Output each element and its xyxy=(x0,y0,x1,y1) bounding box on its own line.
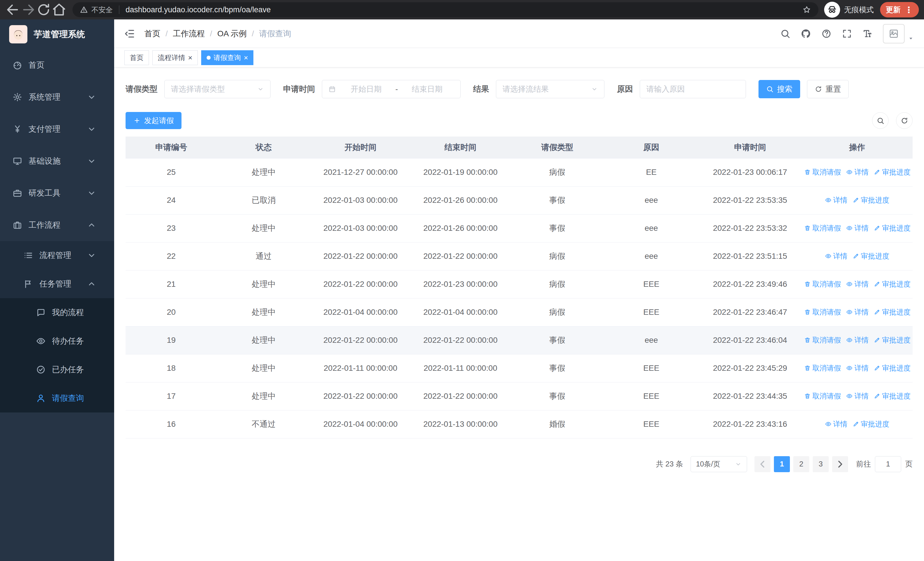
cell-id: 20 xyxy=(126,298,217,326)
detail-action-link[interactable]: 详情 xyxy=(846,307,868,317)
table-row[interactable]: 20处理中2022-01-04 00:00:002022-01-04 00:00… xyxy=(126,298,913,326)
fullscreen-icon[interactable] xyxy=(842,29,852,39)
browser-update-button[interactable]: 更新 ⋮ xyxy=(880,2,919,17)
pagination-prev-button[interactable] xyxy=(754,456,771,472)
table-row[interactable]: 16不通过2022-01-04 00:00:002022-01-13 00:00… xyxy=(126,410,913,438)
sidebar-fold-icon[interactable] xyxy=(124,28,135,39)
progress-action-link[interactable]: 审批进度 xyxy=(874,167,910,177)
sidebar-item-2[interactable]: 系统管理 xyxy=(0,81,114,113)
cancel-action-link[interactable]: 取消请假 xyxy=(804,279,841,289)
browser-reload-icon[interactable] xyxy=(36,2,51,17)
progress-action-link[interactable]: 审批进度 xyxy=(874,391,910,401)
page-size-select[interactable]: 10条/页 xyxy=(691,456,747,472)
user-avatar[interactable] xyxy=(883,24,914,44)
sidebar-item-11[interactable]: 已办任务 xyxy=(0,355,114,384)
bookmark-star-icon[interactable] xyxy=(802,5,811,14)
list-icon xyxy=(23,251,33,260)
table-row[interactable]: 22通过2022-01-22 00:00:002022-01-22 00:00:… xyxy=(126,242,913,270)
close-icon[interactable]: × xyxy=(244,54,248,62)
progress-action-link[interactable]: 审批进度 xyxy=(853,419,890,429)
table-row[interactable]: 19处理中2022-01-22 00:00:002022-01-22 00:00… xyxy=(126,326,913,354)
progress-action-link[interactable]: 审批进度 xyxy=(874,335,910,345)
progress-action-link[interactable]: 审批进度 xyxy=(874,223,910,233)
font-size-icon[interactable] xyxy=(862,29,873,39)
toggle-search-icon[interactable] xyxy=(872,112,889,129)
date-range-picker[interactable]: 开始日期 - 结束日期 xyxy=(322,80,460,98)
pagination-page-3[interactable]: 3 xyxy=(813,456,829,472)
detail-action-link[interactable]: 详情 xyxy=(846,167,868,177)
main-area: 首页/工作流程/OA 示例/请假查询 首页流程详情×请假查询× 请假类型 xyxy=(114,20,924,561)
sidebar-item-8[interactable]: 任务管理 xyxy=(0,270,114,298)
sidebar-item-4[interactable]: 基础设施 xyxy=(0,145,114,177)
progress-action-link[interactable]: 审批进度 xyxy=(874,307,910,317)
table-row[interactable]: 24已取消2022-01-03 00:00:002022-01-26 00:00… xyxy=(126,186,913,214)
sidebar-item-10[interactable]: 待办任务 xyxy=(0,327,114,355)
browser-back-icon[interactable] xyxy=(5,2,21,17)
search-icon[interactable] xyxy=(780,29,790,39)
cancel-action-link[interactable]: 取消请假 xyxy=(804,363,841,373)
table-row[interactable]: 21处理中2022-01-22 00:00:002022-01-23 00:00… xyxy=(126,270,913,298)
sidebar-item-1[interactable]: 首页 xyxy=(0,49,114,81)
cell-apply_time: 2022-01-22 23:53:32 xyxy=(699,214,802,242)
tab-1[interactable]: 首页 xyxy=(124,50,149,65)
result-select[interactable]: 请选择流结果 xyxy=(496,80,604,98)
create-leave-button[interactable]: 发起请假 xyxy=(126,112,182,129)
edit-icon xyxy=(874,309,880,315)
breadcrumb-item[interactable]: 工作流程 xyxy=(173,28,205,39)
tab-3[interactable]: 请假查询× xyxy=(201,50,254,65)
detail-action-link[interactable]: 详情 xyxy=(825,251,848,261)
pagination-page-1[interactable]: 1 xyxy=(774,456,790,472)
sidebar-item-6[interactable]: 工作流程 xyxy=(0,209,114,241)
detail-action-link[interactable]: 详情 xyxy=(846,223,868,233)
sidebar-item-3[interactable]: 支付管理 xyxy=(0,113,114,145)
table-row[interactable]: 23处理中2022-01-03 00:00:002022-01-26 00:00… xyxy=(126,214,913,242)
reset-button[interactable]: 重置 xyxy=(807,80,849,98)
cell-start: 2022-01-03 00:00:00 xyxy=(310,214,410,242)
cancel-action-link[interactable]: 取消请假 xyxy=(804,335,841,345)
incognito-icon xyxy=(824,2,840,18)
detail-action-link[interactable]: 详情 xyxy=(825,196,848,205)
pagination-next-button[interactable] xyxy=(832,456,848,472)
browser-menu-icon[interactable]: ⋮ xyxy=(904,5,913,15)
sidebar-item-12[interactable]: 请假查询 xyxy=(0,384,114,412)
trash-icon xyxy=(804,365,811,371)
detail-action-link[interactable]: 详情 xyxy=(846,363,868,373)
logo-avatar-image xyxy=(9,25,27,44)
refresh-table-icon[interactable] xyxy=(896,112,913,129)
browser-forward-icon[interactable] xyxy=(21,2,36,17)
pagination-page-2[interactable]: 2 xyxy=(793,456,809,472)
progress-action-link[interactable]: 审批进度 xyxy=(853,196,890,205)
cancel-action-link[interactable]: 取消请假 xyxy=(804,223,841,233)
table-row[interactable]: 25处理中2021-12-27 00:00:002022-01-19 00:00… xyxy=(126,158,913,186)
leave-type-select[interactable]: 请选择请假类型 xyxy=(164,80,270,98)
progress-action-link[interactable]: 审批进度 xyxy=(853,251,890,261)
progress-action-link[interactable]: 审批进度 xyxy=(874,279,910,289)
tab-2[interactable]: 流程详情× xyxy=(152,50,198,65)
sidebar-item-5[interactable]: 研发工具 xyxy=(0,177,114,209)
github-icon[interactable] xyxy=(801,29,811,39)
table-row[interactable]: 18处理中2022-01-11 00:00:002022-01-11 00:00… xyxy=(126,354,913,382)
sidebar-item-7[interactable]: 流程管理 xyxy=(0,241,114,270)
detail-action-link[interactable]: 详情 xyxy=(846,391,868,401)
browser-home-icon[interactable] xyxy=(51,2,67,17)
detail-action-link[interactable]: 详情 xyxy=(825,419,848,429)
app-logo[interactable]: 芋道管理系统 xyxy=(0,20,114,49)
reason-input[interactable] xyxy=(640,80,746,98)
progress-action-link[interactable]: 审批进度 xyxy=(874,363,910,373)
sidebar-item-9[interactable]: 我的流程 xyxy=(0,298,114,327)
cancel-action-link[interactable]: 取消请假 xyxy=(804,307,841,317)
search-button[interactable]: 搜索 xyxy=(759,80,800,98)
breadcrumb-item[interactable]: 首页 xyxy=(144,28,160,39)
close-icon[interactable]: × xyxy=(188,54,192,62)
goto-page-input[interactable] xyxy=(875,456,901,472)
cancel-action-link[interactable]: 取消请假 xyxy=(804,167,841,177)
breadcrumb-item[interactable]: OA 示例 xyxy=(218,28,247,39)
detail-action-link[interactable]: 详情 xyxy=(846,279,868,289)
address-bar[interactable]: 不安全 dashboard.yudao.iocoder.cn/bpm/oa/le… xyxy=(72,2,818,17)
table-row[interactable]: 17处理中2022-01-22 00:00:002022-01-22 00:00… xyxy=(126,382,913,410)
cancel-action-link[interactable]: 取消请假 xyxy=(804,391,841,401)
url-text[interactable]: dashboard.yudao.iocoder.cn/bpm/oa/leave xyxy=(126,5,802,14)
help-icon[interactable] xyxy=(821,29,831,39)
detail-action-link[interactable]: 详情 xyxy=(846,335,868,345)
security-warning[interactable]: 不安全 xyxy=(80,5,113,15)
